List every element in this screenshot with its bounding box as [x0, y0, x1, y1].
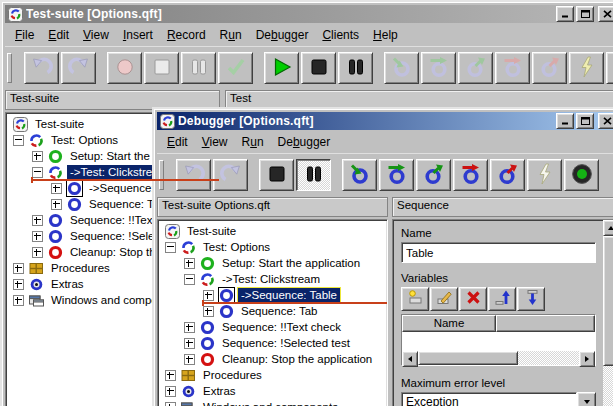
- hscrollbar-thumb[interactable]: [418, 351, 518, 365]
- tree-item[interactable]: Test-suite: [160, 223, 387, 239]
- expander-plus[interactable]: [13, 279, 24, 290]
- undo-button[interactable]: [176, 159, 211, 191]
- expander-plus[interactable]: [165, 402, 176, 406]
- expander-plus[interactable]: [13, 295, 24, 306]
- expander-plus[interactable]: [32, 247, 43, 258]
- resume-button[interactable]: [564, 159, 599, 191]
- maximize-button[interactable]: [576, 113, 594, 129]
- tree-item[interactable]: ->Sequence: Table: [160, 287, 387, 303]
- step-over-button[interactable]: [379, 159, 414, 191]
- pause-button[interactable]: [181, 52, 216, 84]
- step-over-button[interactable]: [421, 52, 456, 84]
- variables-table-body[interactable]: [402, 332, 595, 351]
- expander-minus[interactable]: [13, 135, 24, 146]
- menu-file[interactable]: File: [8, 26, 41, 44]
- expander-plus[interactable]: [51, 183, 62, 194]
- expander-minus[interactable]: [32, 167, 43, 178]
- move-row-down-button[interactable]: [517, 287, 545, 311]
- step-in-button[interactable]: [384, 52, 419, 84]
- tree-item[interactable]: Setup: Start the application: [160, 255, 387, 271]
- dropdown-arrow-button[interactable]: [577, 392, 596, 406]
- resume-button[interactable]: [606, 52, 613, 84]
- tree-item[interactable]: Test: Options: [160, 239, 387, 255]
- menu-run[interactable]: Run: [213, 26, 249, 44]
- lightning-button[interactable]: [569, 52, 604, 84]
- menu-edit[interactable]: Edit: [41, 26, 76, 44]
- delete-row-button[interactable]: [459, 287, 487, 311]
- expander-minus[interactable]: [165, 242, 176, 253]
- expander-plus[interactable]: [32, 215, 43, 226]
- expander-plus[interactable]: [184, 258, 195, 269]
- stop-button[interactable]: [301, 52, 336, 84]
- tree-item[interactable]: Extras: [160, 383, 387, 399]
- expander-plus[interactable]: [13, 263, 24, 274]
- expander-plus[interactable]: [32, 151, 43, 162]
- skip-out-button[interactable]: [490, 159, 525, 191]
- scroll-right-button[interactable]: [579, 351, 595, 367]
- expander-plus[interactable]: [184, 354, 195, 365]
- stop-button[interactable]: [144, 52, 179, 84]
- step-in-button[interactable]: [342, 159, 377, 191]
- vscrollbar-track[interactable]: [603, 366, 613, 406]
- maximize-button[interactable]: [576, 6, 594, 22]
- menu-insert[interactable]: Insert: [116, 26, 160, 44]
- menu-view[interactable]: View: [76, 26, 116, 44]
- skip-over-button[interactable]: [495, 52, 530, 84]
- menu-view[interactable]: View: [195, 133, 235, 151]
- play-button[interactable]: [264, 52, 299, 84]
- pause-button[interactable]: [296, 159, 331, 191]
- skip-over-button[interactable]: [453, 159, 488, 191]
- tree-item[interactable]: ->Test: Clickstream: [160, 271, 387, 287]
- menu-debugger[interactable]: Debugger: [249, 26, 316, 44]
- step-out-button[interactable]: [458, 52, 493, 84]
- minimize-button[interactable]: [556, 6, 574, 22]
- hscrollbar-track[interactable]: [518, 351, 579, 365]
- step-out-button[interactable]: [416, 159, 451, 191]
- main-titlebar[interactable]: Test-suite [Options.qft]: [5, 5, 613, 23]
- move-row-up-button[interactable]: [488, 287, 516, 311]
- expander-plus[interactable]: [51, 199, 62, 210]
- max-error-dropdown[interactable]: Exception: [401, 392, 596, 406]
- pause-button[interactable]: [338, 52, 373, 84]
- check-button[interactable]: [218, 52, 253, 84]
- menu-record[interactable]: Record: [160, 26, 213, 44]
- undo-button[interactable]: [24, 52, 59, 84]
- expander-plus[interactable]: [184, 338, 195, 349]
- vscrollbar-thumb[interactable]: [603, 236, 613, 366]
- expander-plus[interactable]: [184, 322, 195, 333]
- minimize-button[interactable]: [556, 113, 574, 129]
- close-button[interactable]: [598, 6, 613, 22]
- tree-item[interactable]: Cleanup: Stop the application: [160, 351, 387, 367]
- tree-item[interactable]: Sequence: !Selected test: [160, 335, 387, 351]
- expander-plus[interactable]: [165, 370, 176, 381]
- redo-button[interactable]: [213, 159, 248, 191]
- toolbar-handle[interactable]: [7, 53, 12, 83]
- debugger-titlebar[interactable]: Debugger [Options.qft]: [157, 112, 613, 130]
- tree-item[interactable]: Windows and components: [160, 399, 387, 406]
- lightning-button[interactable]: [527, 159, 562, 191]
- scroll-left-button[interactable]: [402, 351, 418, 367]
- tree-item[interactable]: Sequence: !!Text check: [160, 319, 387, 335]
- expander-plus[interactable]: [203, 290, 214, 301]
- expander-plus[interactable]: [165, 386, 176, 397]
- close-button[interactable]: [598, 113, 613, 129]
- edit-row-button[interactable]: [430, 287, 458, 311]
- expander-plus[interactable]: [32, 231, 43, 242]
- expander-minus[interactable]: [184, 274, 195, 285]
- tree-item[interactable]: Sequence: Tab: [160, 303, 387, 319]
- expander-plus[interactable]: [203, 306, 214, 317]
- stop-button[interactable]: [259, 159, 294, 191]
- tree-item[interactable]: Procedures: [160, 367, 387, 383]
- record-button[interactable]: [107, 52, 142, 84]
- menu-debugger[interactable]: Debugger: [271, 133, 338, 151]
- menu-run[interactable]: Run: [235, 133, 271, 151]
- menu-help[interactable]: Help: [366, 26, 405, 44]
- redo-button[interactable]: [61, 52, 96, 84]
- menu-edit[interactable]: Edit: [160, 133, 195, 151]
- scroll-up-button[interactable]: [603, 220, 613, 236]
- new-row-button[interactable]: [401, 287, 429, 311]
- menu-clients[interactable]: Clients: [315, 26, 366, 44]
- toolbar-handle[interactable]: [159, 160, 164, 190]
- skip-out-button[interactable]: [532, 52, 567, 84]
- name-input[interactable]: [401, 242, 596, 263]
